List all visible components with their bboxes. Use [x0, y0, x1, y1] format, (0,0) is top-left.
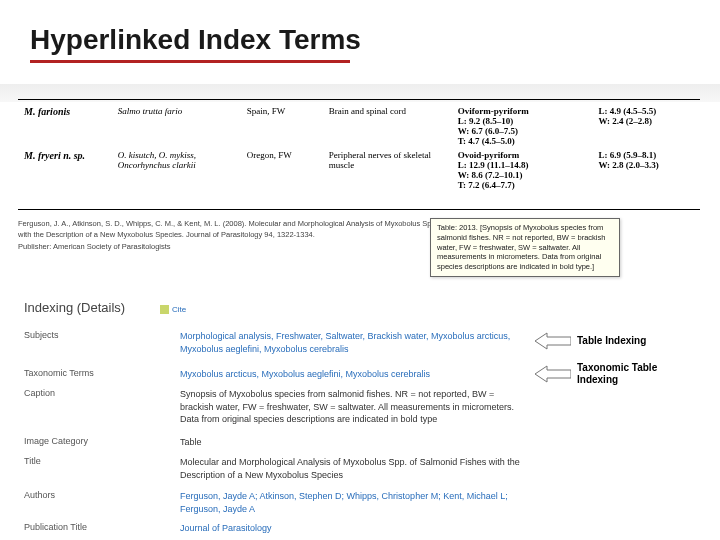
cite-link[interactable]: Cite	[160, 305, 186, 314]
cite-icon	[160, 305, 169, 314]
annotation-arrow-1: Table Indexing	[535, 332, 646, 350]
value-publication-title[interactable]: Journal of Parasitology	[180, 522, 520, 535]
table-cell: L: 6.9 (5.9–8.1)W: 2.8 (2.0–3.3)	[594, 148, 700, 192]
table-cell: Peripheral nerves of skeletal muscle	[325, 148, 454, 192]
table-cell: Spain, FW	[243, 104, 325, 148]
value-subjects[interactable]: Morphological analysis, Freshwater, Salt…	[180, 330, 520, 355]
value-taxonomic-terms[interactable]: Myxobolus arcticus, Myxobolus aeglefini,…	[180, 368, 520, 381]
value-image-category: Table	[180, 436, 520, 449]
table-cell: O. kisutch, O. mykiss, Oncorhynchus clar…	[114, 148, 243, 192]
table-cell: M. farionis	[20, 104, 114, 148]
species-table: M. farionisSalmo trutta farioSpain, FWBr…	[20, 104, 700, 192]
table-cell: Salmo trutta fario	[114, 104, 243, 148]
arrow-left-icon	[535, 332, 571, 350]
indexing-header: Indexing (Details)	[24, 300, 125, 315]
label-caption: Caption	[24, 388, 55, 398]
label-subjects: Subjects	[24, 330, 59, 340]
table-row: M. farionisSalmo trutta farioSpain, FWBr…	[20, 104, 700, 148]
value-caption: Synopsis of Myxobolus species from salmo…	[180, 388, 520, 426]
table-cell: Oregon, FW	[243, 148, 325, 192]
table-cell: Ovoid-pyriformL: 12.9 (11.1–14.8)W: 8.6 …	[454, 148, 595, 192]
caption-tooltip: Table: 2013. [Synopsis of Myxobolus spec…	[430, 218, 620, 277]
arrow-left-icon	[535, 365, 571, 383]
value-title: Molecular and Morphological Analysis of …	[180, 456, 520, 481]
annotation-label-1: Table Indexing	[577, 335, 646, 347]
table-cell: Oviform-pyriformL: 9.2 (8.5–10)W: 6.7 (6…	[454, 104, 595, 148]
table-cell: Brain and spinal cord	[325, 104, 454, 148]
label-taxonomic-terms: Taxonomic Terms	[24, 368, 94, 378]
table-cell: L: 4.9 (4.5–5.5)W: 2.4 (2–2.8)	[594, 104, 700, 148]
svg-marker-1	[535, 366, 571, 382]
cite-label: Cite	[172, 305, 186, 314]
label-authors: Authors	[24, 490, 55, 500]
label-title: Title	[24, 456, 41, 466]
label-image-category: Image Category	[24, 436, 88, 446]
svg-marker-0	[535, 333, 571, 349]
table-rule	[18, 209, 700, 210]
value-authors[interactable]: Ferguson, Jayde A; Atkinson, Stephen D; …	[180, 490, 520, 515]
table-row: M. fryeri n. sp.O. kisutch, O. mykiss, O…	[20, 148, 700, 192]
table-top-rule	[18, 99, 700, 100]
title-underline	[30, 60, 350, 63]
table-cell: M. fryeri n. sp.	[20, 148, 114, 192]
annotation-arrow-2: Taxonomic Table Indexing	[535, 362, 687, 385]
annotation-label-2: Taxonomic Table Indexing	[577, 362, 687, 385]
page-title: Hyperlinked Index Terms	[30, 24, 361, 56]
label-publication-title: Publication Title	[24, 522, 87, 532]
